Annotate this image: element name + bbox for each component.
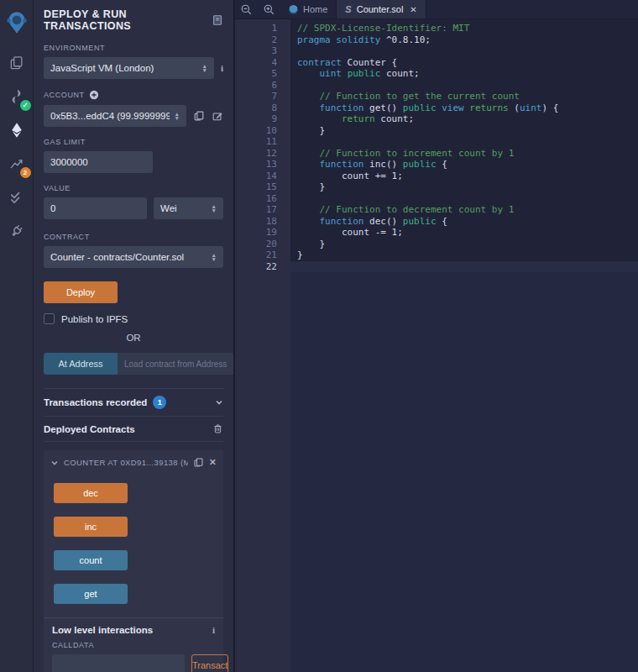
line-number: 1: [235, 23, 277, 34]
code-editor: HomeSCounter.sol✕ 1234567891011121314151…: [235, 0, 638, 672]
line-number: 12: [235, 148, 277, 160]
inc-function-button[interactable]: inc: [54, 517, 128, 537]
deploy-run-panel: DEPLOY & RUN TRANSACTIONS ENVIRONMENT Ja…: [34, 0, 235, 672]
deploy-button[interactable]: Deploy: [44, 281, 118, 303]
contract-select[interactable]: Counter - contracts/Counter.sol ▲▼: [44, 246, 223, 268]
panel-title: DEPLOY & RUN TRANSACTIONS: [44, 8, 212, 32]
plugin-manager-icon[interactable]: [0, 215, 34, 247]
gas-limit-label: GAS LIMIT: [44, 138, 223, 146]
instance-actions: decinccountget: [44, 473, 223, 604]
value-unit-select[interactable]: Wei ▲▼: [154, 197, 223, 219]
code-line: }: [290, 239, 638, 250]
copy-address-icon[interactable]: [193, 457, 204, 468]
tab-home[interactable]: Home: [280, 0, 337, 18]
sign-message-edit-icon[interactable]: [212, 110, 223, 122]
clear-instances-trash-icon[interactable]: [212, 423, 223, 434]
line-number: 14: [235, 171, 277, 182]
transactions-chevron-down-icon[interactable]: [215, 398, 223, 407]
line-number: 5: [235, 68, 277, 80]
line-number: 4: [235, 57, 277, 69]
compiled-check-badge: ✓: [20, 100, 31, 111]
line-number: 11: [235, 136, 277, 148]
analysis-count-badge: 2: [20, 167, 31, 178]
instance-chevron-down-icon[interactable]: [50, 459, 59, 467]
remix-logo[interactable]: [0, 7, 34, 39]
static-analysis-icon[interactable]: 2: [0, 148, 34, 180]
environment-select[interactable]: JavaScript VM (London) ▲▼: [44, 57, 214, 79]
solidity-file-icon: S: [345, 4, 351, 14]
line-number: 18: [235, 216, 277, 228]
code-line: return count;: [290, 113, 638, 125]
code-area[interactable]: 12345678910111213141516171819202122 // S…: [235, 19, 638, 672]
line-number: 13: [235, 159, 277, 171]
code-line: pragma solidity ^0.8.10;: [290, 34, 638, 46]
code-line: contract Counter {: [290, 57, 638, 69]
select-arrows-icon: ▲▼: [175, 112, 180, 120]
line-number: 20: [235, 239, 277, 250]
line-number: 7: [235, 91, 277, 102]
code-line: [290, 136, 638, 148]
get-function-button[interactable]: get: [54, 584, 128, 604]
select-arrows-icon: ▲▼: [212, 253, 217, 261]
transactions-count-badge: 1: [153, 396, 166, 409]
line-number: 3: [235, 45, 277, 57]
tab-close-icon[interactable]: ✕: [410, 5, 416, 14]
line-number-gutter: 12345678910111213141516171819202122: [235, 19, 290, 672]
publish-ipfs-checkbox[interactable]: [44, 313, 55, 324]
transact-button[interactable]: Transact: [191, 654, 228, 672]
code-line: function dec() public {: [290, 216, 638, 228]
zoom-in-icon[interactable]: [258, 0, 280, 18]
calldata-input[interactable]: [52, 654, 185, 672]
at-address-input[interactable]: [118, 353, 235, 375]
line-number: 6: [235, 80, 277, 92]
code-line: // Function to decrement count by 1: [290, 204, 638, 216]
copy-account-icon[interactable]: [193, 110, 205, 122]
code-line: [290, 80, 638, 92]
low-level-info-icon[interactable]: i: [212, 625, 215, 635]
create-account-plus-icon[interactable]: [89, 90, 99, 100]
code-line: // SPDX-License-Identifier: MIT: [290, 23, 638, 34]
line-number: 15: [235, 181, 277, 193]
gas-limit-input[interactable]: [44, 151, 153, 173]
low-level-interactions-label: Low level interactions: [52, 625, 153, 635]
editor-tabbar: HomeSCounter.sol✕: [235, 0, 638, 19]
environment-info-icon[interactable]: i: [221, 63, 223, 73]
deployed-contract-instance: COUNTER AT 0XD91...39138 (MEMORY ✕ decin…: [44, 450, 223, 672]
file-explorer-icon[interactable]: [0, 47, 34, 79]
code-line: count -= 1;: [290, 227, 638, 239]
code-line: // Function to increment count by 1: [290, 148, 638, 160]
line-number: 22: [235, 261, 277, 273]
publish-ipfs-label: Publish to IPFS: [61, 314, 128, 324]
line-number: 16: [235, 193, 277, 205]
code-line: function get() public view returns (uint…: [290, 102, 638, 114]
code-lines: // SPDX-License-Identifier: MITpragma so…: [290, 19, 638, 272]
at-address-button[interactable]: At Address: [44, 353, 118, 375]
deploy-run-icon[interactable]: [0, 114, 34, 146]
account-label: ACCOUNT: [44, 91, 85, 99]
instance-close-icon[interactable]: ✕: [209, 457, 217, 468]
tab-counter-sol[interactable]: SCounter.sol✕: [337, 0, 426, 18]
select-arrows-icon: ▲▼: [212, 204, 217, 213]
tab-label: Counter.sol: [357, 4, 404, 14]
account-select[interactable]: 0x5B3...eddC4 (99.9999999 ▲▼: [44, 105, 186, 127]
line-number: 8: [235, 102, 277, 114]
zoom-out-icon[interactable]: [235, 0, 258, 18]
line-number: 19: [235, 227, 277, 239]
value-input[interactable]: [44, 197, 147, 219]
code-line: }: [290, 125, 638, 137]
code-line: [290, 45, 638, 57]
solidity-compiler-icon[interactable]: ✓: [0, 81, 34, 113]
line-number: 17: [235, 204, 277, 216]
count-function-button[interactable]: count: [54, 550, 128, 570]
code-line: function inc() public {: [290, 159, 638, 171]
code-line: count += 1;: [290, 171, 638, 182]
tab-label: Home: [303, 4, 327, 14]
code-line: [290, 261, 638, 273]
documentation-book-icon[interactable]: [212, 14, 223, 26]
dec-function-button[interactable]: dec: [54, 483, 128, 503]
line-number: 10: [235, 125, 277, 137]
code-line: }: [290, 249, 638, 261]
instance-title: COUNTER AT 0XD91...39138 (MEMORY: [64, 458, 188, 467]
unit-testing-icon[interactable]: [0, 181, 34, 213]
code-line: }: [290, 181, 638, 193]
